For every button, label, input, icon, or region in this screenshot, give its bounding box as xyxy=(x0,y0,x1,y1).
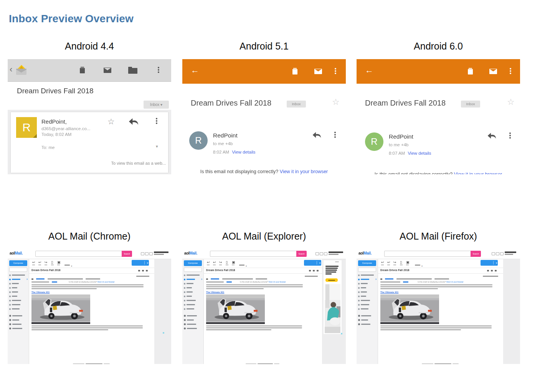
preview-aol-explorer[interactable]: aolMail. Search Compose › xyxy=(182,249,346,364)
sidebar-item-contacts[interactable] xyxy=(358,298,377,303)
reply-icon[interactable] xyxy=(312,131,321,139)
more-options-icon[interactable] xyxy=(146,270,148,271)
view-in-browser-link[interactable]: View it in your browser xyxy=(446,281,464,283)
star-icon[interactable]: ☆ xyxy=(507,98,515,106)
flag-icon[interactable] xyxy=(491,270,493,271)
sidebar-item-drafts[interactable] xyxy=(9,281,28,286)
preview-android-44[interactable]: ‹ Dream Drives Fall 2018 Inbox ▾ R RedPo… xyxy=(8,59,171,174)
sidebar-extra-2[interactable] xyxy=(358,318,377,322)
sender-avatar[interactable]: R xyxy=(365,132,383,151)
sidebar-item-contacts[interactable] xyxy=(9,298,28,303)
back-icon[interactable]: ← xyxy=(191,65,199,75)
forward-icon[interactable]: ↪ xyxy=(45,261,48,264)
mark-unread-icon[interactable] xyxy=(314,69,322,74)
view-details-link[interactable]: View details xyxy=(232,150,255,154)
more-options-icon[interactable] xyxy=(495,270,497,271)
expand-details-icon[interactable]: ▾ xyxy=(156,144,158,149)
primary-action-button[interactable]: ▾ xyxy=(304,260,321,266)
search-input[interactable] xyxy=(384,251,471,257)
search-input[interactable] xyxy=(210,251,297,257)
overflow-menu-icon[interactable] xyxy=(334,132,336,133)
account-menu[interactable] xyxy=(329,251,344,255)
compose-button[interactable]: Compose xyxy=(184,260,202,266)
search-button[interactable]: Search xyxy=(296,251,307,257)
mail-app-icon[interactable] xyxy=(15,64,28,76)
reply-icon[interactable]: ↩ xyxy=(32,261,35,264)
settings-icon[interactable] xyxy=(320,252,323,255)
settings-icon[interactable] xyxy=(145,252,149,255)
article-heading-link[interactable]: The Ultimate 911 xyxy=(31,291,50,293)
home-icon[interactable] xyxy=(492,252,495,255)
sidebar-item-spam[interactable] xyxy=(184,290,203,294)
spam-icon[interactable]: ▣ xyxy=(57,261,61,264)
article-heading-link[interactable]: The Ultimate 911 xyxy=(380,291,398,293)
sidebar-item-sent[interactable] xyxy=(184,286,203,290)
sidebar-item-drafts[interactable] xyxy=(184,281,203,286)
back-icon[interactable]: ‹ xyxy=(10,65,12,74)
mark-unread-icon[interactable] xyxy=(489,69,497,74)
print-icon[interactable] xyxy=(487,270,489,271)
primary-action-button[interactable]: ▾ xyxy=(481,260,498,266)
print-icon[interactable] xyxy=(309,270,311,271)
reply-icon[interactable] xyxy=(128,117,139,126)
delete-icon[interactable] xyxy=(292,68,297,74)
ad-cta-button[interactable] xyxy=(325,278,338,282)
home-icon[interactable] xyxy=(141,252,144,255)
mark-unread-icon[interactable] xyxy=(104,68,111,73)
sidebar-extra-1[interactable] xyxy=(9,314,28,318)
sidebar-extra-1[interactable] xyxy=(184,314,203,318)
reply-icon[interactable]: ↩ xyxy=(207,261,210,264)
view-in-browser-line[interactable]: Is this email not displaying correctly? … xyxy=(378,281,503,283)
delete-icon[interactable] xyxy=(468,68,473,74)
delete-icon[interactable]: ▯ xyxy=(51,261,53,264)
overflow-menu-icon[interactable] xyxy=(158,67,159,68)
sidebar-item-folders[interactable] xyxy=(184,307,203,311)
apps-icon[interactable] xyxy=(324,252,327,255)
spam-icon[interactable]: ▣ xyxy=(406,261,410,264)
compose-button[interactable]: Compose xyxy=(358,260,376,266)
sidebar-extra-4[interactable] xyxy=(9,326,28,331)
view-details-link[interactable]: View details xyxy=(408,151,431,155)
overflow-menu-icon[interactable] xyxy=(335,68,336,69)
forward-icon[interactable]: ↪ xyxy=(393,261,396,264)
sidebar-extra-4[interactable] xyxy=(184,326,203,331)
view-in-browser-link[interactable]: View it in your browser xyxy=(280,169,328,174)
view-in-browser-link[interactable]: View it in your browser xyxy=(454,172,502,174)
sidebar-item-contacts[interactable] xyxy=(184,298,203,303)
star-icon[interactable]: ☆ xyxy=(107,117,115,126)
sidebar-extra-3[interactable] xyxy=(184,322,203,326)
overflow-menu-icon[interactable] xyxy=(156,118,157,119)
move-to-folder-icon[interactable] xyxy=(128,68,137,74)
preview-aol-chrome[interactable]: aolMail. Search Compose › xyxy=(8,249,171,364)
sidebar-item-trash[interactable] xyxy=(184,294,203,298)
sidebar-extra-2[interactable] xyxy=(184,318,203,322)
compose-button[interactable]: Compose xyxy=(9,260,27,266)
star-icon[interactable]: ☆ xyxy=(332,98,340,106)
reply-all-icon[interactable]: ↩ xyxy=(387,261,390,264)
sender-avatar[interactable]: R xyxy=(189,131,208,150)
primary-action-button[interactable]: ▾ xyxy=(132,260,149,266)
view-in-browser-line[interactable]: Is this email not displaying correctly? … xyxy=(204,281,322,283)
sidebar-item-calendar[interactable] xyxy=(184,303,203,307)
sidebar-item-inbox[interactable]: › xyxy=(358,277,377,281)
apps-icon[interactable] xyxy=(500,252,504,255)
delete-icon[interactable]: ▯ xyxy=(400,261,402,264)
sidebar-item-sent[interactable] xyxy=(9,286,28,290)
sidebar-item-today[interactable] xyxy=(9,273,28,277)
sidebar-search[interactable] xyxy=(184,268,202,272)
apps-icon[interactable] xyxy=(149,252,153,255)
ad-panel[interactable] xyxy=(324,260,342,334)
delete-icon[interactable] xyxy=(80,67,85,73)
sidebar-item-sent[interactable] xyxy=(358,286,377,290)
sidebar-search[interactable] xyxy=(358,268,376,272)
sidebar-item-folders[interactable] xyxy=(358,307,377,311)
sender-avatar[interactable]: R xyxy=(16,117,37,138)
folder-chip[interactable]: Inbox xyxy=(461,101,480,108)
preview-android-51[interactable]: ← Dream Drives Fall 2018 Inbox ☆ R RedPo… xyxy=(182,59,346,174)
view-in-browser-line[interactable]: Is this email not displaying correctly? … xyxy=(29,281,154,283)
sidebar-item-today[interactable] xyxy=(358,273,377,277)
sidebar-item-spam[interactable] xyxy=(358,290,377,294)
sidebar-item-trash[interactable] xyxy=(9,294,28,298)
flag-icon[interactable] xyxy=(142,270,144,271)
overflow-menu-icon[interactable] xyxy=(509,132,511,134)
